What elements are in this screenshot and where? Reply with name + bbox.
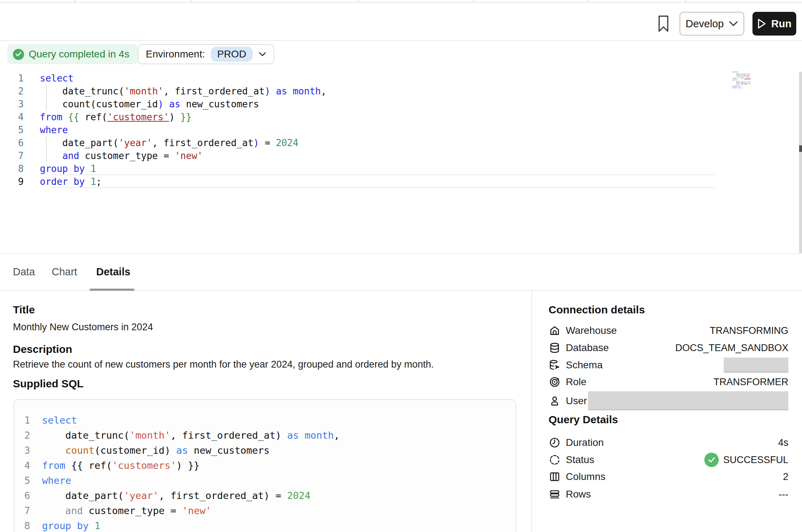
code-token: {{ [68,112,79,122]
code-token [42,445,65,456]
code-token [287,86,293,97]
code-token: date_trunc( [40,86,124,97]
code-line-6: 6 date_part('year', first_ordered_at) = … [14,488,340,503]
code-token: 1 [94,520,100,531]
redacted-value [588,391,788,410]
code-token: customer_type = [79,150,175,161]
code-line-1: 1select [0,72,718,85]
code-token: select [732,71,738,73]
code-token: date_trunc( [732,73,747,75]
top-strip-divider [358,0,359,3]
code-token: group by [40,163,85,174]
code-token: , first_ordered_at [163,86,265,97]
develop-button[interactable]: Develop [680,12,744,36]
code-token: 'month' [747,73,750,75]
line-number: 4 [14,458,30,473]
code-token: ) [158,99,164,109]
run-button-label: Run [771,18,791,30]
code-token: new_customers [180,99,259,109]
line-number: 8 [0,162,24,175]
code-token: ) [265,86,270,97]
code-token: and [736,83,739,85]
code-token: 'new' [175,150,203,161]
editor-code[interactable]: 1select2 date_trunc('month', first_order… [0,72,718,188]
header-bar: Develop Run [0,4,802,41]
query-details-heading: Query Details [549,414,618,426]
ide-app: Develop Run Query completed in 4s Enviro… [0,0,802,532]
line-number: 2 [0,85,24,98]
code-line-1: 1select [14,413,340,428]
supplied-sql-code: 1select2 date_trunc('month', first_order… [14,413,340,532]
environment-dropdown[interactable]: Environment: PROD [138,44,274,64]
code-token: ; [742,87,743,89]
code-token: date_trunc( [42,430,130,441]
detail-value: 4s [778,437,788,448]
query-status-pill: Query completed in 4s [7,44,138,64]
top-strip-divider [588,0,589,3]
sql-editor[interactable]: 1select2 date_trunc('month', first_order… [0,70,799,253]
code-token: date_part( [732,81,746,83]
code-token: {{ ref( [65,460,112,471]
tab-data[interactable]: Data [13,266,35,278]
scrollbar[interactable] [799,72,802,254]
line-number: 3 [14,443,30,458]
chevron-down-icon [729,21,738,27]
detail-label: Duration [566,437,604,448]
line-number: 9 [0,175,24,188]
panel-divider [531,291,532,532]
description-value: Retrieve the count of new customers per … [13,359,434,370]
code-token: = [259,137,276,148]
code-token: from [732,77,736,79]
code-token: 'year' [124,490,159,501]
detail-row-schema: Schema [549,356,790,374]
duration-icon [549,437,561,449]
code-token: as [276,86,287,97]
code-token: , first_ordered_at [152,137,253,148]
detail-row-warehouse: WarehouseTRANSFORMING [549,322,790,339]
detail-label: Status [566,454,594,466]
run-button[interactable]: Run [752,12,796,36]
code-token: date_part( [40,137,118,148]
success-check-icon [704,453,719,467]
code-token: group by [732,85,740,87]
code-token: where [732,79,737,81]
code-token: 1 [741,85,742,87]
scrollbar-thumb[interactable] [799,145,802,152]
code-token: 'new' [182,505,211,516]
database-icon [549,342,561,354]
ref-customers-link[interactable]: 'customers' [107,112,169,122]
bookmark-icon[interactable] [656,15,671,33]
detail-row-role: RoleTRANSFORMER [549,373,790,391]
line-number: 5 [0,123,24,136]
columns-icon [549,471,561,483]
top-strip-divider [473,0,474,3]
code-token [85,176,90,187]
code-token: (customer_id [741,75,750,77]
ref-customers-link[interactable]: 'customers' [744,77,750,79]
code-token: group by [42,520,89,531]
code-line-4: 4from {{ ref('customers') }} [14,458,340,473]
connection-details-heading: Connection details [549,304,645,316]
tab-details[interactable]: Details [96,266,130,278]
detail-label: Rows [566,489,591,500]
line-number: 1 [14,413,30,428]
code-token: , first_ordered_at) = [159,490,287,501]
code-token: ref( [739,77,744,79]
code-token: count [62,99,90,109]
code-token: ) }} [176,460,200,471]
rows-icon [549,488,561,500]
detail-row-status: StatusSUCCESSFUL [549,451,790,468]
editor-minimap[interactable]: 1select2 date_trunc('month', first_order… [716,71,750,96]
code-token: month [293,86,321,97]
schema-icon [549,359,561,371]
code-token [42,505,65,516]
code-line-5: 5where [14,473,340,488]
line-number: 7 [14,503,30,518]
code-token: 'month' [130,430,171,441]
tab-chart[interactable]: Chart [52,266,77,278]
code-token: month [305,430,334,441]
code-token [270,86,276,97]
code-token: from [40,112,62,122]
detail-label: Warehouse [566,325,617,336]
code-token: ; [96,176,102,187]
